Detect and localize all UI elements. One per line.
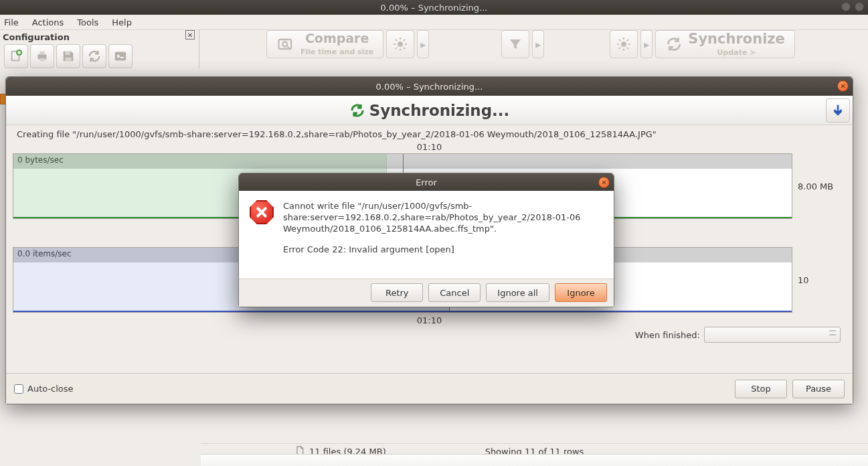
sync-settings-dropdown-button[interactable]: ▸ <box>640 30 653 58</box>
ignore-all-label: Ignore all <box>497 288 538 298</box>
error-footer: Retry Cancel Ignore all Ignore <box>239 279 614 307</box>
bytes-remaining: 8.00 MB <box>798 181 846 191</box>
error-icon <box>250 200 274 224</box>
compare-dropdown-button[interactable]: ▸ <box>417 30 429 58</box>
configuration-label: Configuration <box>0 32 72 42</box>
minimize-icon[interactable] <box>841 2 851 11</box>
stop-button[interactable]: Stop <box>735 380 787 398</box>
save-button[interactable] <box>56 44 80 68</box>
cancel-label: Cancel <box>440 288 469 298</box>
auto-close-checkbox[interactable]: Auto-close <box>14 384 74 394</box>
menubar: File Actions Tools Help <box>0 15 868 29</box>
svg-rect-7 <box>115 52 126 61</box>
close-panel-icon[interactable]: ✕ <box>185 30 195 40</box>
elapsed-time-bottom: 01:10 <box>13 315 846 325</box>
pause-label: Pause <box>806 384 831 394</box>
progress-titlebar[interactable]: 0.00% – Synchronizing... ✕ <box>6 77 853 96</box>
toolbar-strip: Configuration ✕ CompareFile time and siz… <box>0 29 868 68</box>
retry-button[interactable]: Retry <box>371 283 423 302</box>
svg-rect-4 <box>39 58 44 62</box>
ignore-label: Ignore <box>567 288 594 298</box>
menu-tools[interactable]: Tools <box>77 17 98 27</box>
elapsed-time-top: 01:10 <box>13 142 846 152</box>
progress-heading: Synchronizing... <box>369 102 510 119</box>
filter-button[interactable] <box>501 30 529 58</box>
svg-point-11 <box>621 42 626 47</box>
bottom-toolbar <box>201 454 868 466</box>
maximize-icon[interactable] <box>855 2 864 11</box>
stop-label: Stop <box>751 384 771 394</box>
progress-footer: Auto-close Stop Pause <box>6 373 853 404</box>
pause-button[interactable]: Pause <box>792 380 845 398</box>
error-dialog: Error ✕ Cannot write file "/run/user/100… <box>238 173 614 307</box>
auto-close-input[interactable] <box>14 384 23 394</box>
print-button[interactable] <box>30 44 54 68</box>
error-message-2: Error Code 22: Invalid argument [open] <box>283 244 603 255</box>
ignore-all-button[interactable]: Ignore all <box>486 283 549 302</box>
progress-header: Synchronizing... <box>6 96 853 125</box>
new-config-button[interactable] <box>4 44 28 68</box>
svg-rect-6 <box>65 58 71 62</box>
retry-label: Retry <box>385 288 409 298</box>
error-message-1: Cannot write file "/run/user/1000/gvfs/s… <box>283 200 603 234</box>
current-file-label: Creating file "/run/user/1000/gvfs/smb-s… <box>17 129 845 139</box>
sync-settings-button[interactable] <box>610 30 638 58</box>
filter-dropdown-button[interactable]: ▸ <box>532 30 544 58</box>
progress-close-icon[interactable]: ✕ <box>837 80 849 92</box>
refresh-button[interactable] <box>82 44 106 68</box>
main-window-title: 0.00% – Synchronizing... <box>381 3 488 13</box>
cancel-button[interactable]: Cancel <box>428 283 481 302</box>
compare-button[interactable]: CompareFile time and size <box>266 30 383 58</box>
terminal-button[interactable] <box>108 44 133 68</box>
menu-actions[interactable]: Actions <box>32 17 64 27</box>
menu-help[interactable]: Help <box>112 17 132 27</box>
synchronize-title: Synchronize <box>688 31 785 46</box>
items-remaining: 10 <box>798 275 846 285</box>
when-finished-label: When finished: <box>635 330 700 340</box>
main-window-titlebar: 0.00% – Synchronizing... <box>0 0 868 15</box>
ignore-button[interactable]: Ignore <box>555 283 607 302</box>
svg-point-9 <box>282 42 287 47</box>
when-finished-combo[interactable] <box>704 327 841 343</box>
svg-rect-5 <box>65 52 70 56</box>
auto-close-label: Auto-close <box>27 384 74 394</box>
error-title: Error <box>416 177 437 187</box>
synchronize-sub: Update > <box>717 48 756 57</box>
compare-settings-button[interactable] <box>386 30 414 58</box>
sync-icon <box>349 102 365 119</box>
progress-title: 0.00% – Synchronizing... <box>376 82 483 92</box>
svg-point-10 <box>398 42 403 47</box>
error-titlebar[interactable]: Error ✕ <box>239 173 614 191</box>
svg-rect-3 <box>39 52 44 55</box>
compare-sub: File time and size <box>300 48 373 56</box>
error-close-icon[interactable]: ✕ <box>598 177 610 188</box>
compare-title: Compare <box>300 32 373 46</box>
menu-file[interactable]: File <box>4 17 19 27</box>
synchronize-button[interactable]: SynchronizeUpdate > <box>655 30 795 58</box>
collapse-button[interactable] <box>826 98 850 123</box>
